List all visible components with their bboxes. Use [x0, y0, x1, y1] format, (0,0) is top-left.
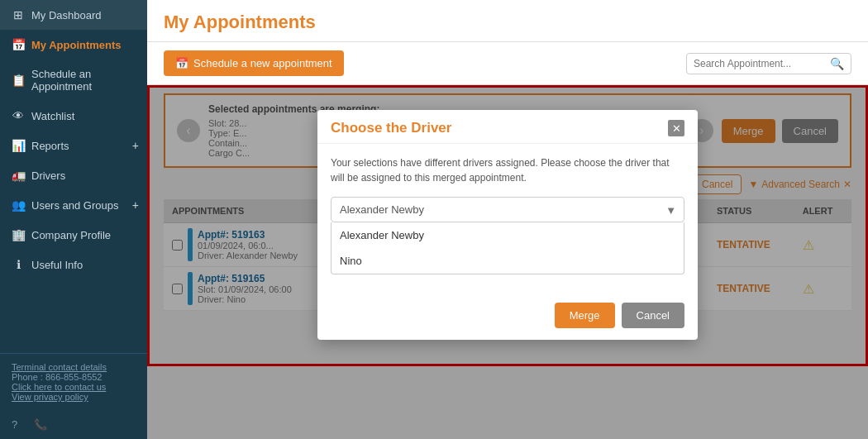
modal-description: Your selections have different drivers a… [331, 155, 684, 185]
drivers-icon: 🚛 [12, 169, 25, 182]
contact-us-link[interactable]: Click here to contact us [12, 382, 106, 392]
sidebar: ⊞ My Dashboard 📅 My Appointments 📋 Sched… [0, 0, 147, 439]
appointments-icon: 📅 [12, 38, 25, 51]
users-icon: 👥 [12, 198, 25, 212]
sidebar-item-my-appointments[interactable]: 📅 My Appointments [0, 30, 147, 60]
sidebar-item-company-profile[interactable]: 🏢 Company Profile [0, 220, 147, 250]
search-icon[interactable]: 🔍 [830, 57, 844, 70]
driver-select[interactable]: Alexander Newby Nino [331, 197, 684, 222]
sidebar-item-drivers[interactable]: 🚛 Drivers [0, 160, 147, 190]
main-toolbar: 📅 Schedule a new appointment 🔍 [147, 42, 868, 85]
help-icon[interactable]: ? [12, 418, 17, 431]
users-plus-icon: + [132, 198, 139, 212]
watchlist-icon: 👁 [12, 109, 25, 122]
search-input[interactable] [694, 58, 830, 69]
page-title: My Appointments [164, 12, 851, 33]
sidebar-bottom-icons: ? 📞 [0, 410, 147, 439]
modal-title: Choose the Driver [331, 120, 451, 136]
dropdown-item-nino[interactable]: Nino [331, 248, 684, 274]
modal-footer: Merge Cancel [317, 294, 698, 340]
sidebar-item-watchlist[interactable]: 👁 Watchlist [0, 101, 147, 131]
modal-header: Choose the Driver ✕ [317, 110, 698, 144]
sidebar-item-users-groups[interactable]: 👥 Users and Groups + [0, 190, 147, 220]
dashboard-icon: ⊞ [12, 8, 25, 21]
search-box: 🔍 [686, 53, 851, 74]
modal-close-button[interactable]: ✕ [668, 120, 684, 136]
main-content: My Appointments 📅 Schedule a new appoint… [147, 0, 868, 439]
phone-icon[interactable]: 📞 [34, 418, 47, 431]
modal-overlay: Choose the Driver ✕ Your selections have… [147, 85, 868, 439]
sidebar-footer: Terminal contact details Phone : 866-855… [0, 353, 147, 410]
choose-driver-modal: Choose the Driver ✕ Your selections have… [317, 110, 698, 340]
driver-select-wrapper: Alexander Newby Nino ▼ [331, 197, 684, 222]
reports-plus-icon: + [132, 139, 139, 152]
page-header: My Appointments [147, 0, 868, 42]
modal-cancel-button[interactable]: Cancel [622, 303, 684, 328]
dropdown-item-alexander[interactable]: Alexander Newby [331, 222, 684, 248]
reports-icon: 📊 [12, 139, 25, 152]
privacy-policy-link[interactable]: View privacy policy [12, 392, 88, 402]
terminal-contact-link[interactable]: Terminal contact details [12, 362, 107, 372]
schedule-icon: 📋 [12, 74, 25, 87]
sidebar-item-schedule-appointment[interactable]: 📋 Schedule an Appointment [0, 60, 147, 101]
sidebar-item-my-dashboard[interactable]: ⊞ My Dashboard [0, 0, 147, 30]
sidebar-item-useful-info[interactable]: ℹ Useful Info [0, 250, 147, 279]
company-icon: 🏢 [12, 228, 25, 241]
schedule-new-appointment-button[interactable]: 📅 Schedule a new appointment [164, 50, 344, 76]
sidebar-item-reports[interactable]: 📊 Reports + [0, 131, 147, 160]
content-area: ‹ Selected appointments are merging: Slo… [147, 85, 868, 439]
modal-merge-button[interactable]: Merge [555, 303, 615, 328]
modal-body: Your selections have different drivers a… [317, 144, 698, 294]
info-icon: ℹ [12, 258, 25, 271]
driver-dropdown-list: Alexander Newby Nino [331, 222, 684, 274]
calendar-icon: 📅 [175, 57, 188, 69]
